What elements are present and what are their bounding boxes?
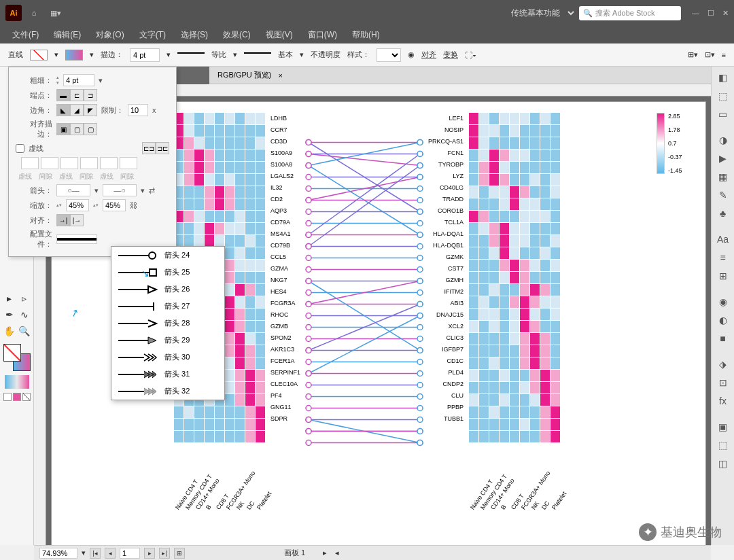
width-profile-preview [177,52,205,58]
grid-icon[interactable]: ⊞▾ [688,50,698,59]
panel-icon[interactable]: ▭ [715,106,731,122]
miter-limit-input[interactable] [128,104,148,116]
menu-item[interactable]: 编辑(E) [47,27,88,43]
arrow-scale-2[interactable] [103,199,126,211]
menu-item[interactable]: 选择(S) [174,27,215,43]
arrow-scale-1[interactable] [66,199,89,211]
first-artboard-button[interactable]: |◂ [90,548,101,559]
panel-icon[interactable]: ■ [715,330,731,347]
panel-icon[interactable]: ◫ [715,455,731,472]
svg-point-46 [306,256,311,261]
menu-item[interactable]: 视图(V) [259,27,300,43]
svg-point-85 [306,406,311,411]
arrow-end-select[interactable]: —○ [103,184,137,196]
swap-arrows-icon[interactable]: ⇄ [149,186,155,195]
panel-icon[interactable]: Aa [715,231,731,247]
zoom-input[interactable] [39,548,77,559]
pen-tool[interactable]: ✒ [2,307,17,322]
curvature-tool[interactable]: ∿ [17,307,32,322]
arrowhead-option[interactable]: 箭头 26 [111,281,224,298]
panel-icon[interactable]: ▣ [715,419,731,435]
color-mode-swatches[interactable] [3,393,31,401]
dash-checkbox[interactable] [16,144,24,153]
isolate-icon[interactable]: ⛶▾ [465,51,476,59]
menu-item[interactable]: 帮助(H) [345,27,387,43]
artboard-number-input[interactable] [120,548,140,559]
svg-point-41 [417,232,423,238]
maximize-icon[interactable]: ☐ [707,9,714,18]
workspace-selector[interactable]: 传统基本功能 [503,5,576,21]
fill-swatch[interactable] [30,50,48,60]
hand-tool[interactable]: ✋ [2,323,17,338]
menubar: 文件(F)编辑(E)对象(O)文字(T)选择(S)效果(C)视图(V)窗口(W)… [0,26,734,43]
stroke-weight-input[interactable] [130,48,160,62]
last-artboard-button[interactable]: ▸| [159,548,170,559]
panel-menu-icon[interactable]: ≡ [722,51,726,59]
next-artboard-button[interactable]: ▸ [144,548,155,559]
arrowhead-option[interactable]: 箭头 28 [111,315,224,332]
svg-point-74 [417,360,423,365]
panel-icon[interactable]: ⬚ [715,88,731,104]
arrowhead-option[interactable]: 箭头 31 [111,366,224,383]
menu-item[interactable]: 对象(O) [89,27,130,43]
panel-icon[interactable]: ▦ [715,169,731,185]
prev-artboard-button[interactable]: ◂ [105,548,116,559]
arrowhead-option[interactable]: 箭头 25 [111,264,224,281]
arrowhead-option[interactable]: 箭头 29 [111,332,224,349]
home-icon[interactable]: ⌂ [24,3,43,22]
panel-icon[interactable]: ▶ [715,150,731,167]
arrowhead-menu: 箭头 24箭头 25箭头 26箭头 27箭头 28箭头 29箭头 30箭头 31… [111,246,225,400]
transform-link[interactable]: 变换 [443,50,458,60]
prefs-icon[interactable]: ⊡▾ [705,50,715,59]
arrow-align-buttons[interactable]: →||→ [56,214,84,226]
direct-selection-tool[interactable]: ▹ [17,291,32,306]
style-select[interactable] [377,48,401,62]
panel-icon[interactable]: fx [715,393,731,409]
stroke-swatch[interactable] [65,50,83,60]
panel-icon[interactable]: ◑ [715,132,731,148]
svg-point-49 [306,267,311,273]
zoom-tool[interactable]: 🔍 [17,323,32,338]
arrowhead-option[interactable]: 箭头 27 [111,298,224,315]
svg-point-56 [417,290,423,296]
close-icon[interactable]: ✕ [722,9,729,18]
panel-icon[interactable]: ⊞ [715,268,731,284]
selection-tool[interactable]: ▸ [2,291,17,306]
panel-icon[interactable]: ◉ [715,294,731,310]
artboard-nav-icon[interactable]: ⊞ [174,548,185,559]
menu-item[interactable]: 效果(C) [216,27,258,43]
fill-stroke-swatches[interactable] [3,344,31,371]
app-logo: Ai [5,5,22,21]
gradient-preview[interactable] [5,375,29,389]
menu-item[interactable]: 文字(T) [133,27,173,43]
svg-point-47 [417,256,423,261]
svg-point-38 [417,221,423,226]
minimize-icon[interactable]: — [692,9,699,18]
svg-line-21 [309,154,420,166]
panel-icon[interactable]: ◧ [715,69,731,86]
weight-input[interactable] [63,74,94,86]
menu-item[interactable]: 窗口(W) [301,27,344,43]
menu-item[interactable]: 文件(F) [5,27,46,43]
panel-icon[interactable]: ◐ [715,312,731,328]
link-scale-icon[interactable]: ⛓ [130,201,137,209]
document-tab[interactable]: RGB/GPU 预览)× [209,67,711,84]
panel-icon[interactable]: ✎ [715,187,731,203]
arrange-icon[interactable]: ▦▾ [46,3,65,22]
search-stock-input[interactable]: 🔍 搜索 Adobe Stock [579,6,681,20]
panel-icon[interactable]: ⊡ [715,374,731,391]
arrowhead-option[interactable]: 箭头 24 [111,247,224,264]
arrowhead-option[interactable]: 箭头 30 [111,349,224,366]
panel-icon[interactable]: ♣ [715,205,731,222]
arrow-start-select[interactable]: ○— [56,184,90,196]
close-tab-icon[interactable]: × [278,71,282,80]
panel-icon[interactable]: ≡ [715,249,731,266]
recolor-icon[interactable]: ◉ [408,50,415,59]
align-link[interactable]: 对齐 [421,50,436,60]
panel-icon[interactable]: ⬗ [715,356,731,372]
cap-buttons[interactable]: ▬⊏⊐ [56,89,97,101]
align-stroke-buttons[interactable]: ▣▢▢ [56,123,97,135]
arrowhead-option[interactable]: 箭头 32 [111,383,224,400]
panel-icon[interactable]: ⬚ [715,437,731,453]
corner-buttons[interactable]: ◣◢◤ [56,104,97,116]
